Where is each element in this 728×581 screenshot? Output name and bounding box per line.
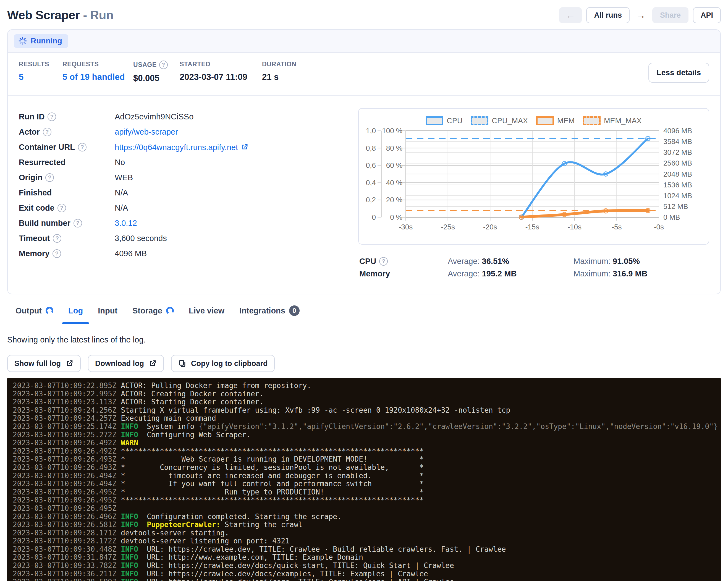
stat-label: REQUESTS bbox=[62, 60, 133, 68]
less-details-button[interactable]: Less details bbox=[648, 63, 709, 83]
download-log-button[interactable]: Download log bbox=[88, 355, 164, 372]
previous-run-button[interactable]: ← bbox=[559, 7, 582, 23]
help-icon[interactable]: ? bbox=[57, 204, 66, 212]
help-icon[interactable]: ? bbox=[43, 128, 51, 136]
help-icon[interactable]: ? bbox=[78, 143, 86, 152]
run-summary-card: Running RESULTS5REQUESTS5 of 19 handledU… bbox=[7, 29, 721, 294]
log-line: 2023-03-07T10:09:26.495Z ***************… bbox=[13, 496, 721, 504]
legend-item-mem_max: MEM_MAX bbox=[583, 116, 642, 125]
header-actions: ← All runs → Share API bbox=[559, 7, 721, 23]
log-line: 2023-03-07T10:09:26.495Z * Run type to P… bbox=[13, 488, 721, 496]
svg-text:-0s: -0s bbox=[654, 223, 664, 231]
detail-label: Run ID? bbox=[19, 112, 115, 121]
detail-row-finished: FinishedN/A bbox=[19, 185, 347, 201]
log-line: 2023-03-07T10:09:31.847Z INFO URL: http:… bbox=[13, 553, 721, 562]
detail-value: WEB bbox=[115, 173, 347, 182]
svg-text:-10s: -10s bbox=[567, 223, 581, 231]
stat-label: DURATION bbox=[262, 60, 296, 68]
tab-log[interactable]: Log bbox=[68, 304, 83, 324]
svg-text:20 %: 20 % bbox=[386, 196, 402, 204]
average-label: Average: bbox=[448, 269, 480, 278]
page-subtitle: Run bbox=[90, 8, 113, 22]
log-console[interactable]: 2023-03-07T10:09:22.895Z ACTOR: Pulling … bbox=[7, 378, 721, 581]
stat-duration: DURATION21 s bbox=[262, 60, 296, 83]
tab-label: Output bbox=[16, 306, 42, 315]
detail-value[interactable]: 3.0.12 bbox=[115, 219, 347, 228]
log-line: 2023-03-07T10:09:28.171Z devtools-server… bbox=[13, 529, 721, 537]
detail-label: Actor? bbox=[19, 127, 115, 136]
usage-chart: 4096 MB3584 MB3072 MB2560 MB2048 MB1536 … bbox=[362, 126, 705, 237]
log-line: 2023-03-07T10:09:24.257Z Executing main … bbox=[13, 414, 721, 423]
external-link-icon bbox=[65, 359, 74, 368]
svg-text:-25s: -25s bbox=[441, 223, 455, 231]
stat-value: $0.005 bbox=[133, 73, 180, 83]
stat-value[interactable]: 5 of 19 handled bbox=[62, 72, 133, 82]
detail-value: 3,600 seconds bbox=[115, 234, 347, 243]
maximum-value: 91.05% bbox=[613, 257, 640, 266]
log-line: 2023-03-07T10:09:30.448Z INFO URL: https… bbox=[13, 545, 721, 554]
usage-row-memory: MemoryAverage: 195.2 MBMaximum: 316.9 MB bbox=[359, 268, 709, 280]
legend-item-mem: MEM bbox=[536, 116, 575, 125]
help-icon[interactable]: ? bbox=[45, 173, 54, 182]
status-badge: Running bbox=[14, 34, 68, 48]
average-value: 195.2 MB bbox=[482, 269, 517, 278]
run-details-list: Run ID?AdOz5evimh9NCiSSoActor?apify/web-… bbox=[19, 108, 347, 280]
tab-label: Log bbox=[68, 306, 83, 315]
detail-value: N/A bbox=[115, 204, 347, 213]
tab-input[interactable]: Input bbox=[98, 304, 118, 324]
run-detail-page: Web Scraper - Run ← All runs → Share API bbox=[0, 0, 728, 581]
tab-integrations[interactable]: Integrations0 bbox=[239, 304, 300, 324]
tab-label: Input bbox=[98, 306, 118, 315]
legend-item-cpu: CPU bbox=[426, 116, 462, 125]
maximum-label: Maximum: bbox=[573, 257, 610, 266]
legend-item-cpu_max: CPU_MAX bbox=[471, 116, 528, 125]
detail-label: Resurrected bbox=[19, 158, 115, 167]
maximum-value: 316.9 MB bbox=[613, 269, 648, 278]
detail-row-build-number: Build number?3.0.12 bbox=[19, 216, 347, 231]
log-line: 2023-03-07T10:09:26.581Z INFO PuppeteerC… bbox=[13, 521, 721, 529]
tab-output[interactable]: Output bbox=[16, 304, 53, 324]
svg-text:-20s: -20s bbox=[483, 223, 497, 231]
help-icon[interactable]: ? bbox=[74, 219, 82, 228]
tab-storage[interactable]: Storage bbox=[132, 304, 174, 324]
svg-text:3584 MB: 3584 MB bbox=[663, 137, 692, 146]
chart-column: CPUCPU_MAXMEMMEM_MAX 4096 MB3584 MB3072 … bbox=[358, 108, 709, 280]
share-button[interactable]: Share bbox=[652, 7, 688, 23]
detail-label: Memory? bbox=[19, 249, 115, 258]
all-runs-button[interactable]: All runs bbox=[586, 7, 630, 23]
maximum-label: Maximum: bbox=[573, 269, 610, 278]
actor-name: Web Scraper bbox=[7, 8, 80, 22]
help-icon[interactable]: ? bbox=[53, 249, 61, 258]
log-line: 2023-03-07T10:09:22.995Z ACTOR: Creating… bbox=[13, 390, 721, 398]
log-line: 2023-03-07T10:09:24.256Z Starting X virt… bbox=[13, 406, 721, 415]
svg-text:512 MB: 512 MB bbox=[663, 202, 688, 211]
log-line: 2023-03-07T10:09:26.492Z WARN bbox=[13, 439, 721, 447]
svg-text:1,0: 1,0 bbox=[366, 127, 376, 135]
stats-row: RESULTS5REQUESTS5 of 19 handledUSAGE?$0.… bbox=[8, 53, 720, 96]
help-icon[interactable]: ? bbox=[53, 234, 61, 243]
tab-live-view[interactable]: Live view bbox=[189, 304, 225, 324]
legend-swatch bbox=[426, 116, 443, 125]
copy-log-button[interactable]: Copy log to clipboard bbox=[171, 355, 275, 372]
show-full-log-button[interactable]: Show full log bbox=[7, 355, 81, 372]
next-run-button[interactable]: → bbox=[634, 7, 648, 23]
help-icon[interactable]: ? bbox=[159, 60, 168, 69]
help-icon[interactable]: ? bbox=[379, 257, 388, 266]
detail-row-origin: Origin?WEB bbox=[19, 170, 347, 185]
usage-average: Average: 195.2 MB bbox=[448, 269, 573, 278]
api-button[interactable]: API bbox=[693, 7, 721, 23]
detail-value[interactable]: apify/web-scraper bbox=[115, 127, 347, 136]
svg-text:4096 MB: 4096 MB bbox=[663, 127, 692, 135]
svg-text:0,8: 0,8 bbox=[366, 144, 376, 152]
spinner-icon bbox=[165, 306, 174, 315]
detail-label: Build number? bbox=[19, 219, 115, 228]
log-notice: Showing only the latest lines of the log… bbox=[7, 335, 721, 344]
log-line: 2023-03-07T10:09:26.495Z bbox=[13, 504, 721, 513]
detail-value[interactable]: https://0q64wnacgyft.runs.apify.net bbox=[115, 142, 347, 152]
svg-text:100 %: 100 % bbox=[382, 127, 402, 135]
svg-text:0,2: 0,2 bbox=[366, 196, 376, 204]
help-icon[interactable]: ? bbox=[48, 112, 56, 121]
stat-results: RESULTS5 bbox=[19, 60, 62, 83]
stat-value[interactable]: 5 bbox=[19, 72, 62, 82]
svg-text:0,4: 0,4 bbox=[366, 179, 376, 187]
